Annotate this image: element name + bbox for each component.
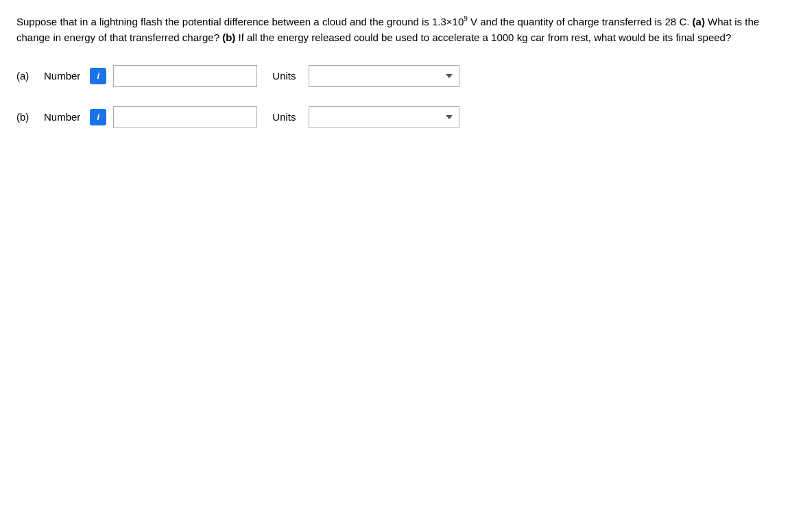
answer-row-a: (a) Number i Units — [16, 65, 774, 87]
answer-row-b: (b) Number i Units — [16, 106, 774, 128]
number-label-b: Number — [44, 111, 80, 123]
number-input-a[interactable] — [113, 65, 257, 87]
units-select-b[interactable] — [309, 106, 459, 128]
units-label-b: Units — [272, 111, 296, 123]
units-select-wrapper-a — [309, 65, 459, 87]
info-badge-b[interactable]: i — [90, 109, 106, 125]
units-select-a[interactable] — [309, 65, 459, 87]
part-b-label: (b) — [16, 111, 37, 123]
units-label-a: Units — [272, 70, 296, 82]
question-text: Suppose that in a lightning flash the po… — [16, 14, 771, 46]
part-a-label: (a) — [16, 70, 37, 82]
info-badge-a[interactable]: i — [90, 68, 106, 84]
units-select-wrapper-b — [309, 106, 459, 128]
number-input-b[interactable] — [113, 106, 257, 128]
number-label-a: Number — [44, 70, 80, 82]
